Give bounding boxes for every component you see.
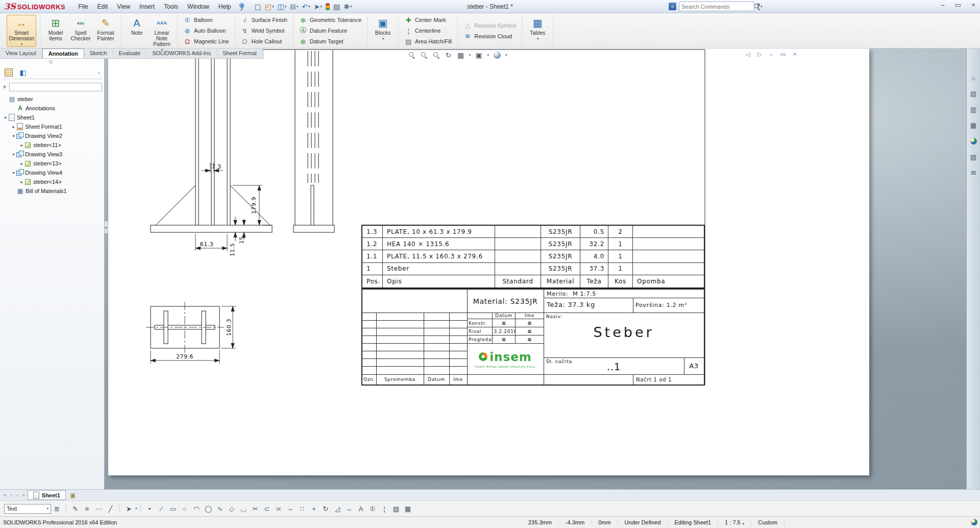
bom-cell[interactable]: 1.2: [362, 238, 383, 250]
appearances-icon[interactable]: [969, 136, 978, 146]
minimize-button[interactable]: –: [938, 1, 947, 9]
undo-button[interactable]: ↶: [300, 2, 311, 12]
surface-finish-button[interactable]: √Surface Finish: [239, 15, 289, 25]
expand-arrow-icon[interactable]: [11, 171, 16, 175]
tab-view-layout[interactable]: View Layout: [0, 49, 42, 58]
tab-annotation[interactable]: Annotation: [42, 49, 84, 58]
filter-funnel-icon[interactable]: ▼: [2, 84, 7, 90]
doc-minimize-button[interactable]: –: [768, 51, 775, 58]
bom-cell[interactable]: PLATE, 10 x 61.3 x 179.9: [383, 226, 495, 238]
chevron-down-icon[interactable]: [487, 53, 489, 57]
tables-button[interactable]: ▦ Tables: [526, 15, 549, 47]
open-button[interactable]: ◰: [263, 2, 276, 12]
tree-item-drawing-view3[interactable]: Drawing View3: [0, 150, 105, 159]
format-painter-button[interactable]: ✎ Format Painter: [94, 15, 117, 47]
centerline-icon[interactable]: ¦: [379, 503, 390, 514]
select-arrow-icon[interactable]: ➤: [123, 503, 135, 514]
bom-cell[interactable]: 4.0: [580, 250, 608, 262]
balloon-icon[interactable]: ①: [367, 503, 379, 514]
view-display-icon[interactable]: ▣: [475, 51, 483, 59]
center-mark-button[interactable]: ✚Center Mark: [402, 15, 454, 25]
line-color-icon[interactable]: ✎: [69, 503, 81, 514]
next-sheet-button[interactable]: ›: [15, 492, 19, 498]
menu-view[interactable]: View: [112, 1, 135, 13]
previous-sheet-button[interactable]: ‹: [9, 492, 14, 498]
display-pane-tab-icon[interactable]: ◧: [18, 68, 28, 77]
zoom-to-area-icon[interactable]: [420, 51, 428, 59]
doc-close-button[interactable]: ×: [791, 51, 798, 58]
view-palette-icon[interactable]: ▦: [969, 121, 978, 130]
tree-item-drawing-view2[interactable]: Drawing View2: [0, 131, 105, 140]
chevron-down-icon[interactable]: [505, 53, 507, 57]
tree-item-drawing-view4[interactable]: Drawing View4: [0, 168, 105, 177]
linear-pattern-icon[interactable]: ∷: [297, 503, 308, 514]
table-icon[interactable]: ▦: [402, 503, 414, 514]
first-sheet-button[interactable]: «: [2, 492, 8, 498]
spell-checker-button[interactable]: Abc Spell Checker: [69, 15, 92, 47]
hide-show-edges-icon[interactable]: ╱: [105, 503, 116, 514]
status-resources-icon[interactable]: [971, 519, 977, 526]
bom-cell[interactable]: [495, 263, 541, 275]
bom-cell[interactable]: S235JR: [541, 263, 580, 275]
tree-item-steber13[interactable]: steber<13>: [0, 159, 105, 168]
menu-file[interactable]: File: [74, 1, 92, 13]
expand-arrow-icon[interactable]: [3, 115, 8, 120]
bom-cell[interactable]: [495, 226, 541, 238]
bom-cell[interactable]: 1.1: [362, 250, 383, 262]
expand-arrow-icon[interactable]: [19, 143, 24, 148]
menu-edit[interactable]: Edit: [93, 1, 113, 13]
restore-button[interactable]: ▭: [953, 1, 963, 9]
circle-icon[interactable]: ○: [179, 503, 191, 514]
chevron-down-icon[interactable]: [469, 53, 471, 57]
menu-tools[interactable]: Tools: [159, 1, 183, 13]
bom-cell[interactable]: S235JR: [541, 226, 580, 238]
datum-feature-button[interactable]: ⒶDatum Feature: [297, 26, 363, 36]
line-style-icon[interactable]: ⋯: [93, 503, 105, 514]
tab-evaluate[interactable]: Evaluate: [113, 49, 146, 58]
bom-cell[interactable]: 1: [608, 238, 633, 250]
fillet-icon[interactable]: ◡: [238, 503, 250, 514]
file-properties-button[interactable]: ▤: [332, 2, 341, 12]
view-settings-icon[interactable]: [493, 51, 501, 59]
close-button[interactable]: ×: [969, 1, 978, 9]
new-document-button[interactable]: ▢: [253, 2, 262, 12]
tree-item-steber11[interactable]: steber<11>: [0, 140, 105, 150]
tree-item-steber14[interactable]: steber<14>: [0, 177, 105, 186]
file-explorer-icon[interactable]: ▥: [969, 105, 978, 114]
sketch-point-icon[interactable]: •: [144, 503, 156, 514]
bom-cell[interactable]: S235JR: [541, 238, 580, 250]
bom-cell[interactable]: 1.3: [362, 226, 383, 238]
scale-icon[interactable]: ◿: [332, 503, 344, 514]
move-icon[interactable]: +: [308, 503, 320, 514]
note-button[interactable]: A Note: [125, 15, 149, 47]
mirror-icon[interactable]: ⇔: [285, 503, 297, 514]
sheet-tab-sheet1[interactable]: Sheet1: [28, 490, 66, 500]
menu-window[interactable]: Window: [183, 1, 214, 13]
featuremanager-tab-icon[interactable]: [4, 68, 13, 77]
options-button[interactable]: ✱: [342, 2, 353, 12]
expand-arrow-icon[interactable]: [19, 180, 24, 184]
arc-icon[interactable]: ◠: [191, 503, 203, 514]
save-button[interactable]: ◫: [276, 2, 288, 12]
tree-item-annotations[interactable]: AAnnotations: [0, 104, 105, 113]
note-icon[interactable]: A: [355, 503, 367, 514]
line-thickness-icon[interactable]: ≡: [81, 503, 93, 514]
tree-item-sheet1[interactable]: Sheet1: [0, 113, 105, 122]
tree-item-sheet-format1[interactable]: Sheet Format1: [0, 122, 105, 131]
bom-cell[interactable]: 1: [608, 250, 633, 262]
last-sheet-button[interactable]: »: [20, 492, 27, 498]
bom-cell[interactable]: [633, 226, 704, 238]
tab-sheet-format[interactable]: Sheet Format: [217, 49, 263, 58]
bom-cell[interactable]: 1: [362, 263, 383, 275]
pin-menu-icon[interactable]: [238, 3, 246, 11]
rebuild-button[interactable]: [324, 2, 331, 11]
doc-restore-button[interactable]: ▭: [779, 51, 787, 58]
bom-cell[interactable]: [633, 238, 704, 250]
hatch-icon[interactable]: ▨: [390, 503, 402, 514]
bom-cell[interactable]: [633, 263, 704, 275]
forum-icon[interactable]: ✉: [969, 168, 978, 177]
status-units[interactable]: Custom: [751, 519, 785, 525]
rotate-icon[interactable]: ↻: [320, 503, 332, 514]
bom-cell[interactable]: [495, 250, 541, 262]
custom-properties-icon[interactable]: ▧: [969, 152, 978, 161]
